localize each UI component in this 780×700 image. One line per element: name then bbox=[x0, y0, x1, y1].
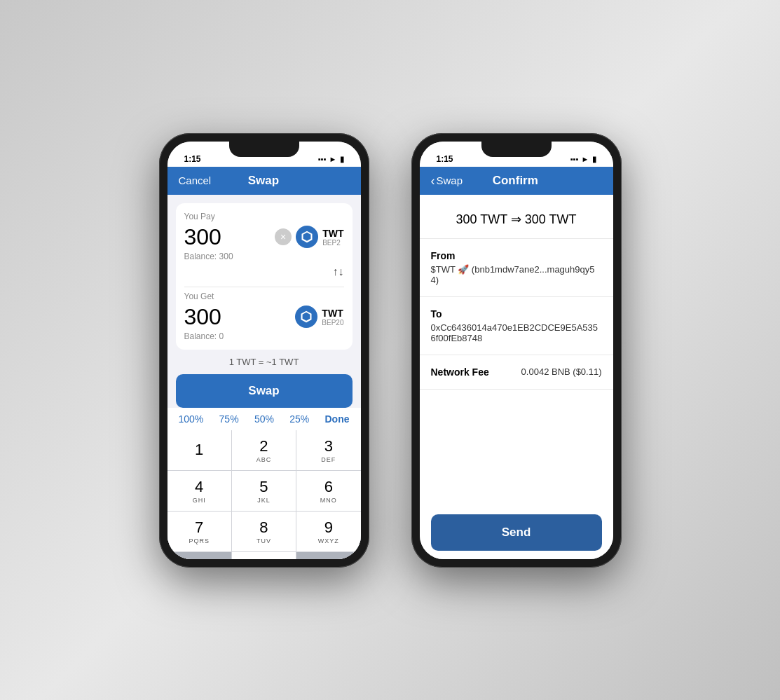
chevron-left-icon: ‹ bbox=[431, 174, 435, 187]
to-value: 0xCc6436014a470e1EB2CDCE9E5A5356f00fEb87… bbox=[431, 322, 602, 343]
key-4[interactable]: 4 GHI bbox=[167, 471, 231, 511]
nav-bar-confirm: ‹ Swap Confirm bbox=[420, 167, 613, 195]
get-balance: Balance: 0 bbox=[184, 331, 344, 341]
key-3[interactable]: 3 DEF bbox=[296, 430, 360, 470]
get-token-network: BEP20 bbox=[322, 319, 343, 327]
network-fee-row: Network Fee 0.0042 BNB ($0.11) bbox=[420, 355, 613, 390]
status-time: 1:15 bbox=[184, 154, 201, 164]
you-get-label: You Get bbox=[184, 291, 344, 301]
pay-token-name: TWT bbox=[322, 228, 343, 239]
confirm-summary: 300 TWT ⇒ 300 TWT bbox=[420, 195, 613, 239]
confirm-screen-content: 300 TWT ⇒ 300 TWT From $TWT 🚀 (bnb1mdw7a… bbox=[420, 195, 613, 559]
signal-icon-confirm: ▪▪▪ bbox=[570, 155, 579, 163]
percent-row: 100% 75% 50% 25% Done bbox=[167, 408, 361, 430]
percent-75-button[interactable]: 75% bbox=[219, 413, 239, 425]
nav-title-confirm: Confirm bbox=[493, 174, 538, 188]
get-token-info: TWT BEP20 bbox=[322, 308, 343, 327]
wifi-icon: ► bbox=[329, 155, 337, 163]
clear-button[interactable]: × bbox=[275, 228, 292, 245]
percent-50-button[interactable]: 50% bbox=[254, 413, 274, 425]
signal-icon: ▪▪▪ bbox=[318, 155, 327, 163]
key-5[interactable]: 5 JKL bbox=[232, 471, 296, 511]
key-9[interactable]: 9 WXYZ bbox=[296, 512, 360, 551]
get-token-name: TWT bbox=[322, 308, 343, 319]
key-6[interactable]: 6 MNO bbox=[296, 471, 360, 511]
key-1[interactable]: 1 bbox=[167, 430, 231, 470]
twt-bep2-icon bbox=[296, 226, 318, 248]
keypad: 1 2 ABC 3 DEF 4 GHI bbox=[167, 430, 361, 559]
done-button[interactable]: Done bbox=[324, 413, 349, 425]
swap-card: You Pay 300 × TWT BEP2 bbox=[176, 203, 353, 350]
battery-icon-confirm: ▮ bbox=[592, 155, 596, 164]
key-7[interactable]: 7 PQRS bbox=[167, 512, 231, 551]
key-2[interactable]: 2 ABC bbox=[232, 430, 296, 470]
percent-25-button[interactable]: 25% bbox=[289, 413, 309, 425]
send-button[interactable]: Send bbox=[431, 514, 602, 551]
to-label: To bbox=[431, 308, 602, 320]
phone-confirm: 1:15 ▪▪▪ ► ▮ ‹ Swap Confirm 300 TWT ⇒ 30… bbox=[411, 133, 622, 568]
battery-icon: ▮ bbox=[340, 155, 344, 164]
back-label: Swap bbox=[437, 174, 463, 186]
wifi-icon-confirm: ► bbox=[582, 155, 589, 163]
get-amount: 300 bbox=[184, 304, 221, 330]
key-dot[interactable]: . bbox=[167, 552, 231, 559]
notch-confirm bbox=[481, 142, 552, 157]
twt-bep20-icon bbox=[295, 306, 317, 328]
swap-button[interactable]: Swap bbox=[176, 374, 353, 408]
pay-token-info: TWT BEP2 bbox=[322, 228, 343, 247]
network-fee-label: Network Fee bbox=[431, 366, 489, 378]
key-8[interactable]: 8 TUV bbox=[232, 512, 296, 551]
key-backspace[interactable]: ⌫ bbox=[296, 552, 360, 559]
percent-100-button[interactable]: 100% bbox=[179, 413, 204, 425]
nav-bar-swap: Cancel Swap bbox=[167, 167, 361, 195]
pay-balance: Balance: 300 bbox=[184, 252, 344, 261]
network-fee-value: 0.0042 BNB ($0.11) bbox=[521, 366, 602, 377]
pay-amount: 300 bbox=[184, 224, 221, 250]
nav-title-swap: Swap bbox=[248, 174, 279, 188]
exchange-rate: 1 TWT = ~1 TWT bbox=[167, 350, 361, 374]
pay-token-network: BEP2 bbox=[322, 239, 343, 247]
notch bbox=[229, 142, 299, 157]
phone-swap: 1:15 ▪▪▪ ► ▮ Cancel Swap You Pay 300 bbox=[159, 133, 369, 568]
from-section: From $TWT 🚀 (bnb1mdw7ane2...maguh9qy54) bbox=[420, 239, 613, 297]
status-time-confirm: 1:15 bbox=[437, 154, 453, 164]
swap-direction-icon[interactable]: ↑↓ bbox=[333, 266, 344, 278]
from-value: $TWT 🚀 (bnb1mdw7ane2...maguh9qy54) bbox=[431, 264, 602, 285]
back-button[interactable]: ‹ Swap bbox=[431, 174, 463, 187]
key-0[interactable]: 0 bbox=[232, 552, 296, 559]
from-label: From bbox=[431, 250, 602, 261]
cancel-button[interactable]: Cancel bbox=[179, 174, 212, 186]
to-section: To 0xCc6436014a470e1EB2CDCE9E5A5356f00fE… bbox=[420, 297, 613, 355]
clear-icon: × bbox=[280, 231, 286, 242]
swap-screen-content: You Pay 300 × TWT BEP2 bbox=[167, 195, 361, 559]
you-pay-label: You Pay bbox=[184, 212, 344, 221]
